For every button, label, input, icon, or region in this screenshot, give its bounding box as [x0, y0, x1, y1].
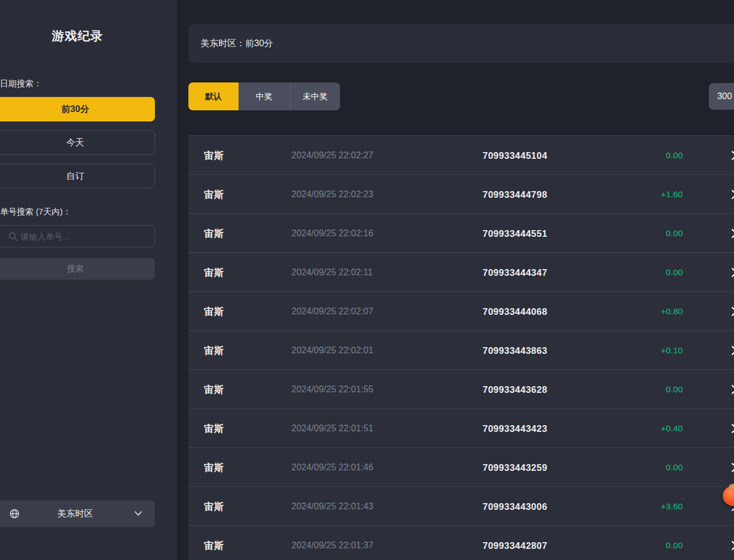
tab-default[interactable]: 默认 [188, 82, 239, 110]
chevron-right-icon [731, 423, 734, 434]
records-table: 宙斯 2024/09/25 22:02:27 709933445104 0.00… [188, 135, 734, 560]
order-number: 709933442807 [483, 540, 547, 551]
countdown-button[interactable]: 300 [709, 83, 734, 110]
chevron-right-icon [731, 189, 734, 199]
record-time: 2024/09/25 22:02:16 [291, 228, 373, 238]
chevron-right-icon [731, 345, 734, 356]
record-time: 2024/09/25 22:02:23 [291, 189, 373, 199]
order-number: 709933444068 [483, 306, 547, 316]
sidebar: 游戏纪录 日期搜索： 前30分 今天 自订 单号搜索 (7天内)： 搜索 美东时… [0, 0, 177, 560]
record-time: 2024/09/25 22:02:27 [291, 150, 373, 160]
order-number: 709933445104 [483, 150, 547, 160]
result-filter-tabs: 默认 中奖 未中奖 [188, 82, 340, 110]
order-search-label: 单号搜索 (7天内)： [0, 207, 71, 217]
record-row[interactable]: 宙斯 2024/09/25 22:02:11 709933444347 0.00 [188, 252, 734, 291]
chevron-down-icon [134, 511, 142, 517]
filter-summary-bar: 美东时区：前30分 [188, 24, 734, 63]
game-name: 宙斯 [204, 500, 224, 513]
win-amount: 0.00 [666, 228, 683, 238]
record-time: 2024/09/25 22:01:55 [291, 384, 373, 395]
game-name: 宙斯 [204, 227, 224, 240]
win-amount: +0.80 [661, 306, 683, 316]
order-number: 709933443423 [483, 423, 547, 434]
order-search-box [0, 225, 155, 247]
chevron-right-icon [731, 462, 734, 473]
date-search-label: 日期搜索： [0, 79, 42, 89]
win-amount: +3.60 [661, 501, 683, 512]
chevron-right-icon [731, 228, 734, 238]
tab-won[interactable]: 中奖 [239, 82, 290, 110]
range-custom-button[interactable]: 自订 [0, 164, 155, 188]
order-number: 709933444798 [483, 189, 547, 199]
order-number: 709933443863 [483, 345, 547, 356]
win-amount: 0.00 [666, 150, 683, 160]
game-name: 宙斯 [204, 149, 224, 162]
record-row[interactable]: 宙斯 2024/09/25 22:02:27 709933445104 0.00 [188, 135, 734, 174]
record-row[interactable]: 宙斯 2024/09/25 22:02:01 709933443863 +0.1… [188, 330, 734, 369]
game-name: 宙斯 [204, 383, 224, 396]
timezone-label: 美东时区 [0, 500, 155, 527]
order-number: 709933443259 [483, 462, 547, 473]
record-row[interactable]: 宙斯 2024/09/25 22:01:43 709933443006 +3.6… [188, 486, 734, 525]
record-row[interactable]: 宙斯 2024/09/25 22:01:37 709933442807 0.00 [188, 525, 734, 560]
range-last30min-button[interactable]: 前30分 [0, 97, 155, 121]
game-records-screen: 游戏纪录 日期搜索： 前30分 今天 自订 单号搜索 (7天内)： 搜索 美东时… [0, 0, 734, 560]
chevron-right-icon [731, 384, 734, 395]
win-amount: +1.60 [661, 189, 683, 199]
search-icon [8, 232, 18, 241]
main-content: 美东时区：前30分 默认 中奖 未中奖 300 宙斯 2024/09/25 22… [177, 0, 734, 560]
search-button[interactable]: 搜索 [0, 258, 155, 280]
order-number: 709933444347 [483, 267, 547, 277]
game-name: 宙斯 [204, 266, 224, 279]
record-time: 2024/09/25 22:01:46 [291, 462, 373, 473]
game-name: 宙斯 [204, 188, 224, 201]
win-amount: 0.00 [666, 540, 683, 551]
record-time: 2024/09/25 22:01:43 [291, 501, 373, 512]
record-time: 2024/09/25 22:01:51 [291, 423, 373, 434]
record-row[interactable]: 宙斯 2024/09/25 22:02:16 709933444551 0.00 [188, 213, 734, 252]
page-title: 游戏纪录 [0, 28, 155, 45]
win-amount: 0.00 [666, 462, 683, 473]
game-name: 宙斯 [204, 344, 224, 357]
record-time: 2024/09/25 22:01:37 [291, 540, 373, 551]
record-row[interactable]: 宙斯 2024/09/25 22:01:46 709933443259 0.00 [188, 447, 734, 486]
win-amount: 0.00 [666, 384, 683, 395]
filter-summary-text: 美东时区：前30分 [201, 38, 273, 50]
game-name: 宙斯 [204, 422, 224, 435]
record-time: 2024/09/25 22:02:07 [291, 306, 373, 316]
range-today-button[interactable]: 今天 [0, 130, 155, 155]
record-row[interactable]: 宙斯 2024/09/25 22:02:23 709933444798 +1.6… [188, 174, 734, 213]
order-number: 709933443628 [483, 384, 547, 395]
timezone-selector[interactable]: 美东时区 [0, 500, 155, 527]
game-name: 宙斯 [204, 461, 224, 474]
order-number: 709933443006 [483, 501, 547, 512]
game-name: 宙斯 [204, 305, 224, 318]
chevron-right-icon [731, 540, 734, 551]
chevron-right-icon [731, 306, 734, 316]
chevron-right-icon [731, 150, 734, 160]
record-time: 2024/09/25 22:02:11 [291, 267, 373, 277]
record-row[interactable]: 宙斯 2024/09/25 22:01:55 709933443628 0.00 [188, 369, 734, 408]
tab-not-won[interactable]: 未中奖 [290, 82, 340, 110]
win-amount: +0.40 [661, 423, 683, 434]
record-time: 2024/09/25 22:02:01 [291, 345, 373, 356]
chevron-right-icon [731, 267, 734, 277]
record-row[interactable]: 宙斯 2024/09/25 22:01:51 709933443423 +0.4… [188, 408, 734, 447]
win-amount: 0.00 [666, 267, 683, 277]
order-number: 709933444551 [483, 228, 547, 238]
win-amount: +0.10 [661, 345, 683, 356]
record-row[interactable]: 宙斯 2024/09/25 22:02:07 709933444068 +0.8… [188, 291, 734, 330]
order-number-input[interactable] [21, 226, 149, 247]
game-name: 宙斯 [204, 539, 224, 552]
